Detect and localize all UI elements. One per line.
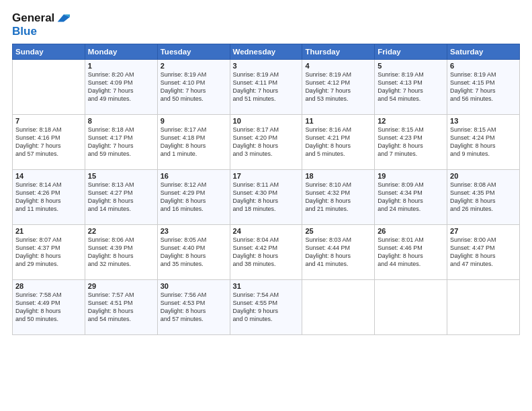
day-cell: 7Sunrise: 8:18 AM Sunset: 4:16 PM Daylig… <box>13 114 85 169</box>
day-number: 31 <box>233 282 300 290</box>
day-cell: 19Sunrise: 8:09 AM Sunset: 4:34 PM Dayli… <box>375 169 447 224</box>
day-cell: 8Sunrise: 8:18 AM Sunset: 4:17 PM Daylig… <box>85 114 157 169</box>
day-cell: 9Sunrise: 8:17 AM Sunset: 4:18 PM Daylig… <box>157 114 230 169</box>
day-cell: 10Sunrise: 8:17 AM Sunset: 4:20 PM Dayli… <box>230 114 302 169</box>
week-row-3: 14Sunrise: 8:14 AM Sunset: 4:26 PM Dayli… <box>13 169 520 224</box>
day-number: 17 <box>233 172 300 180</box>
day-info: Sunrise: 7:54 AM Sunset: 4:55 PM Dayligh… <box>233 291 300 324</box>
day-info: Sunrise: 8:20 AM Sunset: 4:09 PM Dayligh… <box>88 71 154 103</box>
day-info: Sunrise: 8:15 AM Sunset: 4:23 PM Dayligh… <box>378 126 444 158</box>
day-cell: 28Sunrise: 7:58 AM Sunset: 4:49 PM Dayli… <box>13 279 85 334</box>
day-cell: 11Sunrise: 8:16 AM Sunset: 4:21 PM Dayli… <box>302 114 375 169</box>
day-info: Sunrise: 8:19 AM Sunset: 4:10 PM Dayligh… <box>161 71 227 103</box>
day-number: 4 <box>305 62 371 70</box>
logo-icon <box>55 11 70 26</box>
calendar-page: General Blue SundayMondayTuesdayWednesda… <box>0 0 532 411</box>
day-info: Sunrise: 8:14 AM Sunset: 4:26 PM Dayligh… <box>15 181 82 214</box>
day-number: 13 <box>450 117 517 125</box>
day-cell <box>13 59 85 114</box>
day-info: Sunrise: 8:15 AM Sunset: 4:24 PM Dayligh… <box>450 126 517 158</box>
col-header-tuesday: Tuesday <box>157 44 230 59</box>
day-info: Sunrise: 7:57 AM Sunset: 4:51 PM Dayligh… <box>88 291 154 324</box>
day-number: 5 <box>378 62 444 70</box>
day-info: Sunrise: 8:17 AM Sunset: 4:18 PM Dayligh… <box>161 126 227 158</box>
day-cell: 25Sunrise: 8:03 AM Sunset: 4:44 PM Dayli… <box>302 224 375 279</box>
day-number: 19 <box>378 172 444 180</box>
col-header-monday: Monday <box>85 44 157 59</box>
day-cell: 1Sunrise: 8:20 AM Sunset: 4:09 PM Daylig… <box>85 59 157 114</box>
day-cell: 27Sunrise: 8:00 AM Sunset: 4:47 PM Dayli… <box>447 224 520 279</box>
day-cell: 31Sunrise: 7:54 AM Sunset: 4:55 PM Dayli… <box>230 279 302 334</box>
day-number: 9 <box>161 117 227 125</box>
day-cell: 29Sunrise: 7:57 AM Sunset: 4:51 PM Dayli… <box>85 279 157 334</box>
day-info: Sunrise: 8:05 AM Sunset: 4:40 PM Dayligh… <box>161 236 227 269</box>
day-info: Sunrise: 8:18 AM Sunset: 4:16 PM Dayligh… <box>15 126 82 158</box>
day-info: Sunrise: 8:19 AM Sunset: 4:13 PM Dayligh… <box>378 71 444 103</box>
day-info: Sunrise: 8:18 AM Sunset: 4:17 PM Dayligh… <box>88 126 154 158</box>
week-row-5: 28Sunrise: 7:58 AM Sunset: 4:49 PM Dayli… <box>13 279 520 334</box>
day-info: Sunrise: 8:04 AM Sunset: 4:42 PM Dayligh… <box>233 236 300 269</box>
day-cell: 4Sunrise: 8:19 AM Sunset: 4:12 PM Daylig… <box>302 59 375 114</box>
day-info: Sunrise: 8:17 AM Sunset: 4:20 PM Dayligh… <box>233 126 300 158</box>
day-cell <box>302 279 375 334</box>
day-cell: 16Sunrise: 8:12 AM Sunset: 4:29 PM Dayli… <box>157 169 230 224</box>
day-number: 18 <box>305 172 371 180</box>
day-number: 28 <box>15 282 82 290</box>
day-cell: 20Sunrise: 8:08 AM Sunset: 4:35 PM Dayli… <box>447 169 520 224</box>
day-cell: 2Sunrise: 8:19 AM Sunset: 4:10 PM Daylig… <box>157 59 230 114</box>
day-cell: 14Sunrise: 8:14 AM Sunset: 4:26 PM Dayli… <box>13 169 85 224</box>
day-number: 14 <box>15 172 82 180</box>
week-row-1: 1Sunrise: 8:20 AM Sunset: 4:09 PM Daylig… <box>13 59 520 114</box>
day-cell: 12Sunrise: 8:15 AM Sunset: 4:23 PM Dayli… <box>375 114 447 169</box>
day-info: Sunrise: 8:16 AM Sunset: 4:21 PM Dayligh… <box>305 126 371 158</box>
col-header-sunday: Sunday <box>13 44 85 59</box>
day-info: Sunrise: 8:09 AM Sunset: 4:34 PM Dayligh… <box>378 181 444 214</box>
day-cell: 24Sunrise: 8:04 AM Sunset: 4:42 PM Dayli… <box>230 224 302 279</box>
day-cell: 22Sunrise: 8:06 AM Sunset: 4:39 PM Dayli… <box>85 224 157 279</box>
day-info: Sunrise: 8:11 AM Sunset: 4:30 PM Dayligh… <box>233 181 300 214</box>
day-cell: 6Sunrise: 8:19 AM Sunset: 4:15 PM Daylig… <box>447 59 520 114</box>
day-cell: 30Sunrise: 7:56 AM Sunset: 4:53 PM Dayli… <box>157 279 230 334</box>
header-row: SundayMondayTuesdayWednesdayThursdayFrid… <box>13 44 520 59</box>
day-number: 8 <box>88 117 154 125</box>
day-info: Sunrise: 8:00 AM Sunset: 4:47 PM Dayligh… <box>450 236 517 269</box>
day-number: 23 <box>161 227 227 235</box>
day-cell: 17Sunrise: 8:11 AM Sunset: 4:30 PM Dayli… <box>230 169 302 224</box>
day-cell <box>447 279 520 334</box>
day-info: Sunrise: 8:19 AM Sunset: 4:15 PM Dayligh… <box>450 71 517 103</box>
day-cell: 18Sunrise: 8:10 AM Sunset: 4:32 PM Dayli… <box>302 169 375 224</box>
day-cell: 15Sunrise: 8:13 AM Sunset: 4:27 PM Dayli… <box>85 169 157 224</box>
day-cell: 26Sunrise: 8:01 AM Sunset: 4:46 PM Dayli… <box>375 224 447 279</box>
day-number: 1 <box>88 62 154 70</box>
day-info: Sunrise: 8:13 AM Sunset: 4:27 PM Dayligh… <box>88 181 154 214</box>
day-info: Sunrise: 8:10 AM Sunset: 4:32 PM Dayligh… <box>305 181 371 214</box>
day-cell: 23Sunrise: 8:05 AM Sunset: 4:40 PM Dayli… <box>157 224 230 279</box>
logo: General Blue <box>12 11 70 38</box>
day-number: 7 <box>15 117 82 125</box>
week-row-2: 7Sunrise: 8:18 AM Sunset: 4:16 PM Daylig… <box>13 114 520 169</box>
day-number: 2 <box>161 62 227 70</box>
day-info: Sunrise: 8:07 AM Sunset: 4:37 PM Dayligh… <box>15 236 82 269</box>
day-number: 29 <box>88 282 154 290</box>
col-header-thursday: Thursday <box>302 44 375 59</box>
week-row-4: 21Sunrise: 8:07 AM Sunset: 4:37 PM Dayli… <box>13 224 520 279</box>
day-number: 16 <box>161 172 227 180</box>
day-cell <box>375 279 447 334</box>
day-number: 24 <box>233 227 300 235</box>
day-number: 21 <box>15 227 82 235</box>
day-number: 11 <box>305 117 371 125</box>
day-number: 3 <box>233 62 300 70</box>
day-number: 12 <box>378 117 444 125</box>
day-cell: 5Sunrise: 8:19 AM Sunset: 4:13 PM Daylig… <box>375 59 447 114</box>
col-header-saturday: Saturday <box>447 44 520 59</box>
day-cell: 3Sunrise: 8:19 AM Sunset: 4:11 PM Daylig… <box>230 59 302 114</box>
day-info: Sunrise: 7:58 AM Sunset: 4:49 PM Dayligh… <box>15 291 82 324</box>
day-cell: 13Sunrise: 8:15 AM Sunset: 4:24 PM Dayli… <box>447 114 520 169</box>
day-number: 25 <box>305 227 371 235</box>
day-number: 22 <box>88 227 154 235</box>
day-number: 20 <box>450 172 517 180</box>
day-number: 26 <box>378 227 444 235</box>
col-header-friday: Friday <box>375 44 447 59</box>
calendar-table: SundayMondayTuesdayWednesdayThursdayFrid… <box>12 44 520 335</box>
day-number: 6 <box>450 62 517 70</box>
